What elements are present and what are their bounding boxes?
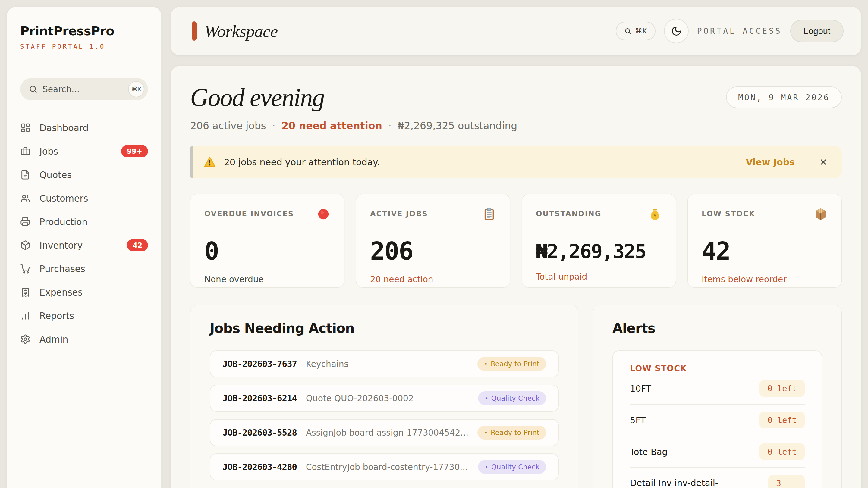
lower-columns: Jobs Needing Action JOB-202603-7637 Keyc… [190, 304, 842, 488]
users-icon [20, 193, 30, 203]
red-circle-icon [316, 207, 330, 221]
status-badge: •Quality Check [478, 460, 546, 474]
stat-subtext: Items below reorder [702, 274, 828, 284]
sidebar-item-purchases[interactable]: Purchases [20, 257, 148, 281]
item-name: 10FT [630, 384, 651, 394]
outstanding-summary: ₦2,269,325 outstanding [398, 120, 518, 132]
briefcase-icon [20, 146, 30, 156]
stat-label: ACTIVE JOBS [370, 207, 428, 218]
header-actions: ⌘K PORTAL ACCESS Logout [616, 19, 844, 43]
sidebar-item-production[interactable]: Production [20, 210, 148, 233]
app-version-label: STAFF PORTAL 1.0 [20, 43, 148, 50]
sidebar-item-label: Admin [39, 334, 68, 345]
greeting-row: Good evening 206 active jobs · 20 need a… [190, 83, 842, 132]
status-badge: •Ready to Print [477, 426, 546, 440]
view-jobs-link[interactable]: View Jobs [746, 157, 795, 167]
sidebar: PrintPressPro STAFF PORTAL 1.0 Search...… [7, 7, 161, 488]
job-row[interactable]: JOB-202603-6214 Quote QUO-202603-0002 •Q… [210, 385, 559, 412]
low-stock-label: LOW STOCK [630, 364, 805, 373]
inventory-count-badge: 42 [127, 239, 148, 251]
warning-icon [204, 156, 216, 168]
stat-card-active-jobs: ACTIVE JOBS 206 20 need action [356, 194, 510, 288]
jobs-count-badge: 99+ [121, 145, 148, 157]
receipt-icon [20, 287, 30, 297]
stat-value: 206 [370, 237, 496, 265]
jobs-needing-action-panel: Jobs Needing Action JOB-202603-7637 Keyc… [190, 304, 578, 488]
sidebar-item-quotes[interactable]: Quotes [20, 163, 148, 187]
stat-card-overdue-invoices: OVERDUE INVOICES 0 None overdue [190, 194, 344, 288]
sidebar-item-reports[interactable]: Reports [20, 304, 148, 327]
search-shortcut-hint: ⌘K [128, 81, 144, 97]
attention-banner: 20 jobs need your attention today. View … [190, 146, 842, 178]
stat-cards: OVERDUE INVOICES 0 None overdue ACTIVE J… [190, 194, 842, 288]
file-text-icon [20, 170, 30, 180]
title-accent-bar [192, 22, 196, 41]
close-icon[interactable] [819, 158, 828, 167]
sidebar-item-label: Expenses [39, 287, 83, 298]
job-id: JOB-202603-5528 [222, 427, 297, 438]
dashboard-icon [20, 123, 30, 133]
job-row[interactable]: JOB-202603-7637 Keychains •Ready to Prin… [210, 350, 559, 378]
sidebar-item-label: Production [39, 217, 88, 227]
app-logo: PrintPressPro [20, 24, 148, 38]
sidebar-nav: Dashboard Jobs 99+ Quotes Customers Prod… [20, 116, 148, 351]
sidebar-item-dashboard[interactable]: Dashboard [20, 116, 148, 139]
svg-text:$: $ [653, 213, 657, 219]
alert-row[interactable]: Tote Bag 0 left [630, 436, 805, 468]
job-description: Keychains [306, 359, 468, 369]
command-search-button[interactable]: ⌘K [616, 22, 655, 40]
alert-row[interactable]: 10FT 0 left [630, 373, 805, 404]
sidebar-item-label: Customers [39, 193, 88, 204]
sidebar-item-expenses[interactable]: Expenses [20, 281, 148, 304]
stat-subtext: Total unpaid [536, 272, 662, 282]
job-description: Quote QUO-202603-0002 [306, 393, 469, 403]
quantity-badge: 0 left [760, 444, 805, 460]
sidebar-search-input[interactable]: Search... ⌘K [20, 78, 148, 100]
bar-chart-icon [20, 311, 30, 321]
stat-subtext: 20 need action [370, 274, 496, 284]
job-id: JOB-202603-7637 [222, 359, 297, 369]
job-list: JOB-202603-7637 Keychains •Ready to Prin… [210, 350, 559, 488]
portal-access-label: PORTAL ACCESS [697, 27, 782, 36]
quantity-badge: 0 left [760, 412, 805, 428]
status-badge: •Quality Check [478, 391, 546, 405]
sidebar-item-label: Dashboard [39, 123, 89, 133]
alert-row[interactable]: Detail Inv inv-detail-1772988838126-h8ne… [630, 468, 805, 488]
logout-button[interactable]: Logout [790, 20, 844, 42]
item-name: Detail Inv inv-detail-1772988838126-h8ne… [630, 478, 768, 488]
main-panel: Good evening 206 active jobs · 20 need a… [170, 66, 861, 488]
stat-card-low-stock: LOW STOCK 42 Items below reorder [687, 194, 842, 288]
sidebar-item-label: Jobs [39, 146, 58, 157]
panel-title: Jobs Needing Action [210, 321, 559, 336]
item-name: Tote Bag [630, 447, 668, 457]
dark-mode-toggle[interactable] [664, 19, 689, 43]
job-id: JOB-202603-6214 [222, 393, 297, 403]
sidebar-item-jobs[interactable]: Jobs 99+ [20, 139, 148, 163]
sidebar-item-label: Purchases [39, 264, 85, 274]
quantity-badge: 3 left [768, 475, 805, 488]
search-icon [29, 85, 38, 94]
alert-row[interactable]: 5FT 0 left [630, 404, 805, 436]
date-badge: MON, 9 MAR 2026 [726, 87, 842, 108]
job-description: AssignJob board-assign-1773004542... [306, 428, 468, 438]
job-row[interactable]: JOB-202603-5528 AssignJob board-assign-1… [210, 419, 559, 446]
banner-message: 20 jobs need your attention today. [224, 157, 380, 167]
low-stock-card: LOW STOCK 10FT 0 left 5FT 0 left Tote Ba… [613, 350, 822, 488]
package-box-icon [814, 207, 828, 221]
stat-label: OUTSTANDING [536, 207, 601, 218]
money-bag-icon: $ [648, 207, 662, 221]
sidebar-item-admin[interactable]: Admin [20, 327, 148, 351]
shortcut-label: ⌘K [635, 27, 647, 35]
clipboard-icon [482, 207, 496, 221]
greeting-title: Good evening [190, 83, 517, 112]
stat-value: 0 [204, 237, 330, 265]
job-row[interactable]: JOB-202603-4280 CostEntryJob board-coste… [210, 453, 559, 481]
package-icon [20, 240, 30, 250]
stat-subtext: None overdue [204, 274, 330, 284]
summary-line: 206 active jobs · 20 need attention · ₦2… [190, 120, 517, 132]
job-id: JOB-202603-4280 [222, 462, 297, 472]
sidebar-item-inventory[interactable]: Inventory 42 [20, 233, 148, 257]
sidebar-item-customers[interactable]: Customers [20, 187, 148, 210]
stat-label: OVERDUE INVOICES [204, 207, 294, 218]
panel-title: Alerts [613, 321, 822, 336]
